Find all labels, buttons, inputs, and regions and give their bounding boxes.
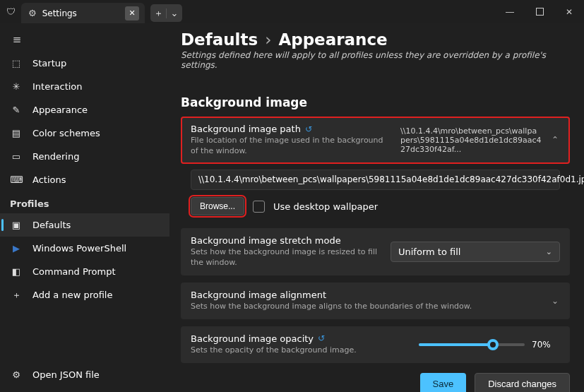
- sidebar-item-label: Rendering: [32, 151, 79, 162]
- maximize-button[interactable]: [525, 0, 554, 23]
- sidebar-item-interaction[interactable]: ✳ Interaction: [0, 75, 169, 98]
- sidebar-item-startup[interactable]: ⬚ Startup: [0, 52, 169, 75]
- startup-icon: ⬚: [10, 58, 23, 69]
- defaults-icon: ▣: [10, 220, 23, 230]
- card-desc: Sets how the background image is resized…: [191, 247, 382, 268]
- card-title: Background image alignment: [191, 290, 542, 300]
- breadcrumb: Defaults › Appearance: [181, 30, 570, 49]
- card-title: Background image path: [191, 124, 301, 134]
- card-stretch-mode[interactable]: Background image stretch mode Sets how t…: [181, 228, 570, 275]
- sidebar-item-rendering[interactable]: ▭ Rendering: [0, 145, 169, 168]
- sidebar-item-add-profile[interactable]: ＋ Add a new profile: [0, 283, 169, 307]
- card-alignment[interactable]: Background image alignment Sets how the …: [181, 283, 570, 319]
- chevron-up-icon[interactable]: ⌃: [550, 135, 560, 145]
- plus-icon: ＋: [150, 7, 166, 20]
- content: Defaults › Appearance Settings defined h…: [169, 23, 584, 392]
- sidebar-item-color-schemes[interactable]: ▤ Color schemes: [0, 121, 169, 145]
- opacity-slider[interactable]: [419, 343, 525, 346]
- sidebar-item-label: Open JSON file: [32, 369, 100, 380]
- slider-thumb[interactable]: [487, 339, 499, 350]
- discard-button[interactable]: Discard changes: [475, 373, 570, 392]
- new-tab-button[interactable]: ＋ ⌄: [150, 4, 182, 22]
- section-heading: Background image: [181, 95, 570, 109]
- tab-settings[interactable]: ⚙ Settings ✕: [21, 3, 145, 23]
- powershell-icon: ▶: [10, 243, 23, 254]
- chevron-down-icon: ⌄: [546, 247, 552, 256]
- sidebar-item-label: Command Prompt: [32, 266, 116, 277]
- minimize-button[interactable]: ―: [495, 0, 525, 23]
- gear-icon: ⚙: [10, 369, 23, 380]
- shield-icon: 🛡: [0, 0, 21, 23]
- card-desc: File location of the image used in the b…: [191, 136, 392, 157]
- sidebar-item-appearance[interactable]: ✎ Appearance: [0, 98, 169, 121]
- page-subtitle: Settings defined here will apply to all …: [181, 50, 570, 70]
- checkbox-label: Use desktop wallpaper: [273, 201, 378, 212]
- select-value: Uniform to fill: [398, 247, 546, 257]
- breadcrumb-appearance: Appearance: [278, 30, 387, 49]
- sidebar-item-label: Color schemes: [32, 128, 100, 138]
- reset-icon[interactable]: ↺: [318, 333, 325, 343]
- tab-label: Settings: [42, 8, 119, 18]
- card-bg-image-path[interactable]: Background image path ↺ File location of…: [181, 117, 570, 164]
- chevron-right-icon: ›: [265, 30, 271, 49]
- save-button[interactable]: Save: [420, 373, 467, 392]
- close-window-button[interactable]: ✕: [554, 0, 584, 23]
- window-controls: ― ✕: [495, 0, 584, 23]
- sidebar-item-actions[interactable]: ⌨ Actions: [0, 168, 169, 191]
- sidebar-item-label: Appearance: [32, 105, 88, 115]
- opacity-value: 70%: [532, 340, 551, 350]
- sidebar: ≡ ⬚ Startup ✳ Interaction ✎ Appearance ▤…: [0, 23, 169, 392]
- sidebar-item-label: Windows PowerShell: [32, 243, 126, 254]
- chevron-down-icon[interactable]: ⌄: [550, 296, 560, 306]
- chevron-down-icon[interactable]: ⌄: [167, 8, 182, 18]
- close-tab-button[interactable]: ✕: [125, 6, 139, 20]
- profiles-header: Profiles: [0, 191, 169, 213]
- sidebar-item-defaults[interactable]: ▣ Defaults: [0, 213, 169, 237]
- card-opacity[interactable]: Background image opacity ↺ Sets the opac…: [181, 326, 570, 363]
- sidebar-item-label: Actions: [32, 174, 66, 185]
- appearance-icon: ✎: [10, 105, 23, 115]
- desktop-wallpaper-checkbox[interactable]: [253, 201, 265, 213]
- interaction-icon: ✳: [10, 81, 23, 92]
- card-title: Background image stretch mode: [191, 235, 382, 246]
- sidebar-item-label: Interaction: [32, 81, 83, 92]
- sidebar-item-open-json[interactable]: ⚙ Open JSON file: [0, 363, 169, 386]
- card-value: \\10.1.4.4\mro\between_pcs\wallpapers\59…: [400, 126, 542, 154]
- color-schemes-icon: ▤: [10, 128, 23, 138]
- card-desc: Sets the opacity of the background image…: [191, 345, 410, 356]
- sidebar-item-label: Startup: [32, 58, 66, 69]
- reset-icon[interactable]: ↺: [305, 124, 312, 134]
- hamburger-icon[interactable]: ≡: [3, 28, 31, 52]
- stretch-select[interactable]: Uniform to fill ⌄: [391, 242, 560, 262]
- browse-button[interactable]: Browse...: [191, 197, 244, 215]
- sidebar-item-label: Defaults: [32, 220, 71, 230]
- plus-icon: ＋: [10, 289, 23, 302]
- breadcrumb-defaults[interactable]: Defaults: [181, 30, 258, 49]
- card-desc: Sets how the background image aligns to …: [191, 302, 542, 312]
- sidebar-item-label: Add a new profile: [32, 290, 112, 300]
- sidebar-item-command-prompt[interactable]: ◧ Command Prompt: [0, 260, 169, 283]
- sidebar-item-powershell[interactable]: ▶ Windows PowerShell: [0, 237, 169, 260]
- rendering-icon: ▭: [10, 151, 23, 162]
- card-title: Background image opacity: [191, 333, 314, 344]
- actions-icon: ⌨: [10, 174, 23, 185]
- titlebar: 🛡 ⚙ Settings ✕ ＋ ⌄ ― ✕: [0, 0, 584, 23]
- cmd-icon: ◧: [10, 266, 23, 277]
- bg-image-path-input[interactable]: \\10.1.4.4\mro\between_pcs\wallpapers\59…: [191, 170, 560, 191]
- gear-icon: ⚙: [28, 8, 37, 18]
